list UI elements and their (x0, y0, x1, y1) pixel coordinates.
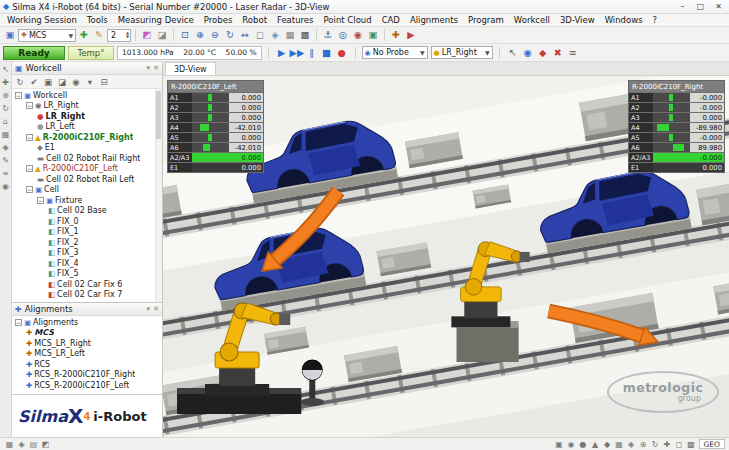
spinner-arrows-icon[interactable]: ▲▼ (126, 31, 130, 39)
close-icon[interactable]: ✕ (153, 64, 159, 72)
shading-icon[interactable]: ◩ (40, 440, 51, 449)
cell-cube-icon[interactable]: ▣ (366, 28, 380, 42)
abort-icon[interactable]: ✖ (551, 46, 565, 60)
cone-icon[interactable]: ▲ (590, 440, 601, 449)
options-icon[interactable]: ≡ (566, 46, 580, 60)
minimize-button[interactable]: – (675, 2, 690, 11)
record-icon[interactable]: ● (335, 46, 349, 60)
probe-icon[interactable]: ◉ (521, 46, 535, 60)
ready-status-button[interactable]: Ready (3, 46, 65, 60)
tree-item-fix-5[interactable]: ◧FIX_5 (12, 269, 162, 280)
view-icon[interactable]: ◈ (626, 440, 637, 449)
menu-item-alignments[interactable]: Alignments (405, 15, 463, 25)
tree-item-cell-02-base[interactable]: ◧Cell 02 Base (12, 206, 162, 217)
tree-item-cell[interactable]: −▣Cell (12, 185, 162, 196)
rotate-tool-icon[interactable]: ↻ (2, 104, 9, 113)
tree-item-mcs[interactable]: ✚MCS (12, 328, 162, 339)
tree-item-r-2000ic210f-right[interactable]: −▲R-2000iC210F_Right (12, 132, 162, 143)
expander-icon[interactable]: − (26, 134, 33, 141)
tree-item-alignments[interactable]: −▣Alignments (12, 317, 162, 328)
visibility-icon[interactable]: ◉ (70, 77, 82, 87)
pan-icon[interactable]: ↔ (238, 28, 252, 42)
tree-item-fix-2[interactable]: ◧FIX_2 (12, 237, 162, 248)
device-combo[interactable]: ● LR_Right ▼ (431, 46, 493, 59)
menu-item-windows[interactable]: Windows (600, 15, 648, 25)
expander-icon[interactable]: − (15, 92, 22, 99)
zoom-out-icon[interactable]: ⊖ (208, 28, 222, 42)
tree-item-lr-right[interactable]: ●LR_Right (12, 111, 162, 122)
tab-3d-view[interactable]: 3D-View (165, 62, 216, 75)
3d-canvas[interactable]: R-2000iC210F_LeftA10.000A20.000A30.000A4… (163, 76, 729, 437)
mode-selector[interactable]: GEO (699, 439, 725, 449)
filter-icon[interactable]: ▾ (84, 77, 96, 87)
collapse-icon[interactable]: ⊟ (98, 77, 110, 87)
stop-icon[interactable]: ■ (320, 46, 334, 60)
axes-small-icon[interactable]: ✚ (662, 440, 673, 449)
grid-icon[interactable]: ▦ (2, 130, 10, 139)
tree-item-rcs-r-2000ic210f-left[interactable]: ✚RCS_R-2000iC210F_Left (12, 380, 162, 391)
menu-item-measuring-device[interactable]: Measuring Device (113, 15, 199, 25)
snap-icon[interactable]: ◈ (16, 440, 27, 449)
maximize-button[interactable]: □ (693, 2, 708, 11)
tree-item-fixture[interactable]: −▣Fixture (12, 195, 162, 206)
run-icon[interactable]: ▶ (404, 28, 418, 42)
menu-item-workcell[interactable]: Workcell (509, 15, 555, 25)
tree-item-rcs-r-2000ic210f-right[interactable]: ✚RCS_R-2000iC210F_Right (12, 370, 162, 381)
edit-icon[interactable]: ✎ (92, 28, 106, 42)
tree-item-e1[interactable]: ◆E1 (12, 143, 162, 154)
front-view-icon[interactable]: ◻ (253, 28, 267, 42)
menu-item-features[interactable]: Features (272, 15, 319, 25)
menu-item-robot[interactable]: Robot (237, 15, 272, 25)
iso-view-icon[interactable]: ◈ (268, 28, 282, 42)
cube-icon[interactable]: ▣ (554, 440, 565, 449)
play-icon[interactable]: ▶ (275, 46, 289, 60)
pin-icon[interactable]: ▾ (147, 64, 151, 72)
annotate-icon[interactable]: ✎ (2, 156, 9, 165)
probe-combo[interactable]: ◉ No Probe ▼ (362, 46, 428, 59)
point-icon[interactable]: ◉ (566, 440, 577, 449)
tree-item-mcs-lr-right[interactable]: ✚MCS_LR_Right (12, 338, 162, 349)
anchor-icon[interactable]: ⚓ (321, 28, 335, 42)
shaded-icon[interactable]: ▩ (298, 28, 312, 42)
sphere-icon[interactable]: ● (578, 440, 589, 449)
validate-icon[interactable]: ✔ (28, 77, 40, 87)
add-icon[interactable]: ✚ (77, 28, 91, 42)
tree-item-lr-right[interactable]: −◉LR_Right (12, 101, 162, 112)
menu-item-tools[interactable]: Tools (82, 15, 113, 25)
close-button[interactable]: ✕ (711, 2, 726, 11)
expander-icon[interactable]: − (26, 165, 33, 172)
tree-item-fix-0[interactable]: ◧FIX_0 (12, 216, 162, 227)
plane-icon[interactable]: ◻ (674, 440, 685, 449)
tree-item-fix-4[interactable]: ◧FIX_4 (12, 258, 162, 269)
zoom-icon[interactable]: ⊕ (638, 440, 649, 449)
expander-icon[interactable]: − (37, 197, 44, 204)
compass-icon[interactable]: ◎ (336, 28, 350, 42)
tree-item-r-2000ic210f-left[interactable]: −▲R-2000iC210F_Left (12, 164, 162, 175)
tree-item-cell-02-robot-rail-right[interactable]: ▬Cell 02 Robot Rail Right (12, 153, 162, 164)
list-icon[interactable]: ≡ (2, 169, 9, 178)
refresh-icon[interactable]: ↻ (14, 77, 26, 87)
workcell-icon[interactable]: ▣ (3, 28, 17, 42)
add-feature-icon[interactable]: ✚ (2, 78, 9, 87)
pin-icon[interactable]: ▾ (147, 305, 151, 313)
scrollbar-thumb[interactable] (156, 91, 161, 139)
texture-icon[interactable]: ◪ (155, 28, 169, 42)
palette-icon[interactable]: ◩ (140, 28, 154, 42)
refresh-view-icon[interactable]: ↻ (650, 440, 661, 449)
tree-item-fix-3[interactable]: ◧FIX_3 (12, 248, 162, 259)
menu-item-3d-view[interactable]: 3D-View (555, 15, 600, 25)
material-icon[interactable]: ◪ (56, 77, 68, 87)
tree-item-mcs-lr-left[interactable]: ✚MCS_LR_Left (12, 349, 162, 360)
menu-item-cad[interactable]: CAD (377, 15, 405, 25)
zoom-in-icon[interactable]: ⊕ (193, 28, 207, 42)
tree-item-cell-02-car-fix-6[interactable]: ◧Cell 02 Car Fix 6 (12, 279, 162, 290)
pause-icon[interactable]: ‖ (305, 46, 319, 60)
hatch-icon[interactable]: ▩ (686, 440, 697, 449)
axes-icon[interactable]: ✚ (389, 28, 403, 42)
wireframe-icon[interactable]: ▦ (283, 28, 297, 42)
record-macro-icon[interactable]: ◉ (2, 182, 9, 191)
menu-item-point-cloud[interactable]: Point Cloud (319, 15, 377, 25)
tree-item-cell-02-robot-rail-left[interactable]: ▬Cell 02 Robot Rail Left (12, 174, 162, 185)
select-cursor-icon[interactable]: ↖ (2, 65, 9, 74)
mcs-combo[interactable]: ✚ MCS ▼ (18, 29, 76, 42)
